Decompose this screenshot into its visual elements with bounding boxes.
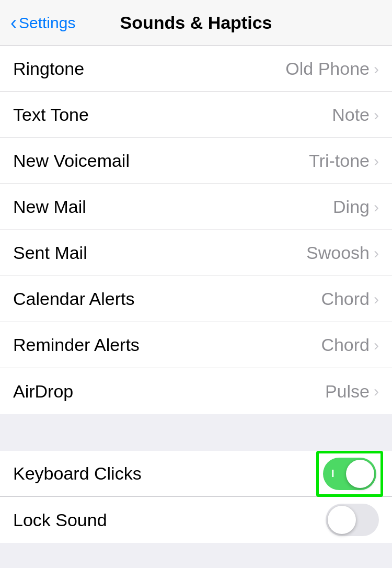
row-value: Note: [332, 105, 370, 125]
row-right: Ding ›: [333, 197, 379, 217]
row-right: Note ›: [332, 105, 379, 125]
page-title: Sounds & Haptics: [120, 13, 272, 33]
sound-row[interactable]: New Mail Ding ›: [0, 184, 392, 230]
sound-row[interactable]: Ringtone Old Phone ›: [0, 46, 392, 92]
sound-settings-section: Ringtone Old Phone › Text Tone Note › Ne…: [0, 46, 392, 414]
row-label: New Mail: [13, 197, 86, 217]
row-right: Chord ›: [321, 289, 379, 309]
back-chevron-icon: ‹: [10, 12, 17, 34]
highlight-box: I: [316, 451, 383, 497]
toggle-switch[interactable]: I: [323, 458, 376, 490]
chevron-icon: ›: [374, 198, 379, 216]
row-value: Old Phone: [285, 59, 370, 79]
row-right: Chord ›: [321, 335, 379, 355]
toggle-label: Lock Sound: [13, 510, 107, 530]
sound-row[interactable]: Reminder Alerts Chord ›: [0, 322, 392, 368]
row-value: Chord: [321, 289, 370, 309]
chevron-icon: ›: [374, 336, 379, 354]
row-label: New Voicemail: [13, 151, 130, 171]
row-right: Pulse ›: [325, 381, 379, 402]
toggle-row: Lock Sound: [0, 497, 392, 543]
sound-row[interactable]: Text Tone Note ›: [0, 92, 392, 138]
chevron-icon: ›: [374, 152, 379, 170]
chevron-icon: ›: [374, 290, 379, 308]
row-value: Ding: [333, 197, 370, 217]
back-button[interactable]: ‹ Settings: [10, 12, 75, 34]
row-label: Reminder Alerts: [13, 335, 140, 355]
toggle-on-indicator: I: [331, 468, 335, 480]
toggle-label: Keyboard Clicks: [13, 463, 142, 484]
row-label: Sent Mail: [13, 243, 87, 263]
row-label: AirDrop: [13, 381, 73, 402]
sound-row[interactable]: New Voicemail Tri-tone ›: [0, 138, 392, 184]
section-separator: [0, 414, 392, 451]
chevron-icon: ›: [374, 244, 379, 262]
row-value: Chord: [321, 335, 370, 355]
sound-row[interactable]: Calendar Alerts Chord ›: [0, 276, 392, 322]
row-right: Tri-tone ›: [309, 151, 379, 171]
toggle-settings-section: Keyboard Clicks I Lock Sound: [0, 451, 392, 543]
row-label: Ringtone: [13, 59, 84, 79]
row-value: Swoosh: [306, 243, 370, 263]
chevron-icon: ›: [374, 382, 379, 400]
row-value: Tri-tone: [309, 151, 370, 171]
toggle-row: Keyboard Clicks I: [0, 451, 392, 497]
row-right: Old Phone ›: [285, 59, 379, 79]
toggle-switch[interactable]: [326, 504, 379, 536]
row-label: Text Tone: [13, 105, 89, 125]
row-label: Calendar Alerts: [13, 289, 134, 309]
row-value: Pulse: [325, 381, 370, 402]
back-label: Settings: [19, 14, 75, 32]
sound-row[interactable]: AirDrop Pulse ›: [0, 368, 392, 414]
chevron-icon: ›: [374, 60, 379, 78]
row-right: Swoosh ›: [306, 243, 379, 263]
navigation-bar: ‹ Settings Sounds & Haptics: [0, 0, 392, 46]
chevron-icon: ›: [374, 106, 379, 124]
sound-row[interactable]: Sent Mail Swoosh ›: [0, 230, 392, 276]
